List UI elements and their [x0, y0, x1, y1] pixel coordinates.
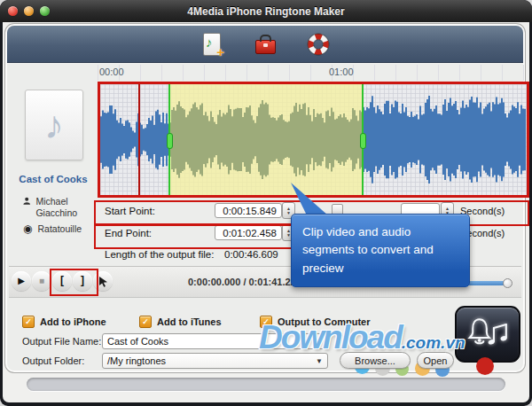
stop-icon: ■: [39, 277, 44, 285]
time-display: 0:00:00.000 / 0:01:41.220: [188, 277, 301, 287]
artist-icon: [23, 196, 30, 207]
track-album: Ratatouille: [37, 223, 82, 234]
set-start-button[interactable]: [: [52, 271, 72, 291]
folder-dropdown[interactable]: /My ringtones ▼: [102, 353, 328, 369]
output-to-computer-checkbox[interactable]: ✓ Output to Computer: [260, 316, 370, 328]
open-button[interactable]: Open: [417, 352, 454, 369]
album-icon: ◉: [23, 223, 32, 234]
browse-button[interactable]: Browse...: [340, 352, 411, 369]
timeline-label-1min: 01:00: [329, 66, 354, 77]
folder-value: /My ringtones: [107, 355, 166, 366]
end-marker-handle[interactable]: [360, 133, 366, 149]
play-button[interactable]: ▶: [12, 271, 31, 291]
output-length-value: 0:00:46.609: [224, 249, 278, 260]
playhead[interactable]: [138, 84, 140, 195]
minimize-button[interactable]: [24, 6, 34, 16]
add-to-iphone-label: Add to iPhone: [40, 316, 106, 327]
add-to-itunes-label: Add to iTunes: [157, 316, 222, 327]
file-name-label: Output File Name:: [22, 336, 101, 347]
title-bar[interactable]: 4Media iPhone Ringtone Maker: [0, 0, 532, 22]
timeline-label-start: 00:00: [99, 66, 124, 77]
ringtone-app-icon: [455, 306, 520, 363]
album-art: ♪: [25, 90, 83, 160]
file-name-input[interactable]: [102, 333, 328, 349]
plus-icon: +: [216, 45, 224, 59]
stop-button[interactable]: ■: [32, 271, 51, 291]
volume-knob[interactable]: [503, 278, 512, 288]
life-ring-icon: [307, 33, 330, 56]
bracket-in-icon: [: [60, 275, 64, 285]
zoom-button[interactable]: [40, 6, 50, 16]
set-end-button[interactable]: ]: [73, 271, 92, 291]
close-button[interactable]: [8, 6, 18, 16]
tutorial-tooltip: Clip video and audio segments to convert…: [291, 214, 470, 287]
start-point-field[interactable]: 0:00:15.849: [215, 203, 282, 218]
folder-label: Output Folder:: [22, 355, 84, 366]
cursor-icon: [98, 276, 109, 287]
end-point-label: End Point:: [105, 228, 152, 238]
play-icon: ▶: [18, 277, 25, 285]
add-music-file-icon: ♪ +: [203, 33, 221, 56]
window-title: 4Media iPhone Ringtone Maker: [187, 5, 344, 18]
track-title: Cast of Cooks: [9, 174, 98, 184]
start-point-label: Start Point:: [105, 206, 155, 216]
traffic-lights: [8, 6, 50, 16]
status-progress-bar: [27, 378, 505, 391]
timeline-ruler: 00:00 01:00: [98, 65, 529, 81]
clip-end-marker[interactable]: [362, 84, 364, 195]
stepper-down-icon[interactable]: ▼: [286, 211, 291, 215]
start-marker-handle[interactable]: [167, 133, 173, 149]
track-artist: Michael Giacchino: [35, 196, 94, 219]
bracket-out-icon: ]: [81, 275, 84, 285]
settings-button[interactable]: [253, 32, 278, 57]
checkbox-checked-icon[interactable]: ✓: [260, 316, 272, 328]
chevron-down-icon: ▼: [316, 357, 323, 365]
add-file-button[interactable]: ♪ +: [200, 32, 224, 57]
toolbar: ♪ +: [7, 26, 523, 63]
waveform-graph: [100, 84, 527, 195]
help-button[interactable]: [306, 32, 331, 57]
track-artist-row: Michael Giacchino: [23, 196, 94, 219]
toolbox-icon: [255, 40, 276, 54]
select-tool-button[interactable]: [93, 271, 113, 291]
output-to-computer-label: Output to Computer: [278, 316, 370, 327]
waveform-display[interactable]: [98, 82, 529, 198]
checkbox-checked-icon[interactable]: ✓: [139, 316, 152, 328]
add-to-iphone-checkbox[interactable]: ✓ Add to iPhone: [22, 316, 106, 328]
bell-music-icon: [465, 315, 511, 354]
output-length-label: Length of the output file:: [105, 249, 214, 260]
checkbox-checked-icon[interactable]: ✓: [22, 316, 35, 328]
music-note-icon: ♪: [206, 35, 213, 49]
music-note-icon: ♪: [44, 105, 64, 144]
track-album-row: ◉ Ratatouille: [23, 223, 82, 234]
end-point-field[interactable]: 0:01:02.458: [215, 225, 282, 240]
app-window: 4Media iPhone Ringtone Maker ♪ + 00:00 0…: [0, 0, 532, 406]
clip-start-marker[interactable]: [168, 84, 170, 195]
add-to-itunes-checkbox[interactable]: ✓ Add to iTunes: [139, 316, 222, 328]
watermark-dot: [476, 357, 494, 375]
